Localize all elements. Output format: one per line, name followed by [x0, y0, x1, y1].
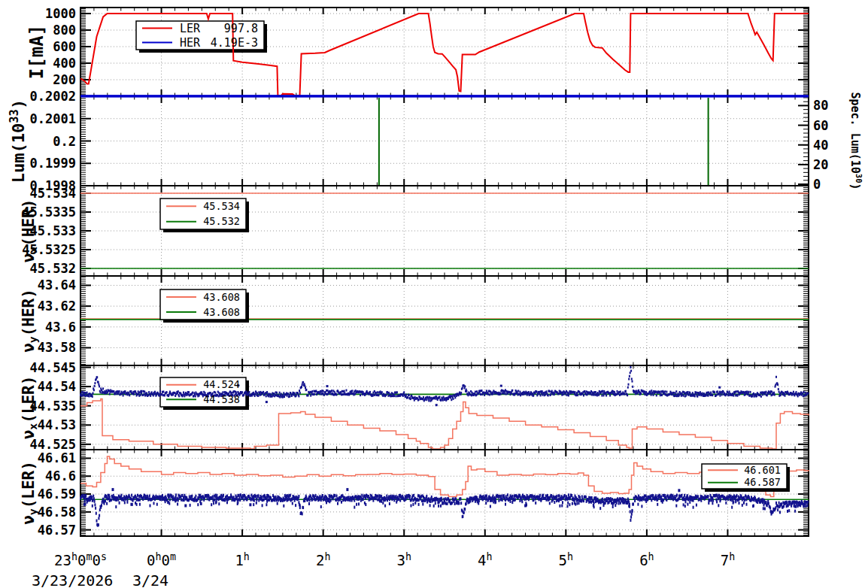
ytick-label-nuy-her: 43.64	[38, 277, 76, 292]
ytick-label-nuy-ler: 46.6	[45, 468, 76, 483]
ytick-label-lum: 0.1999	[30, 156, 76, 171]
panel-nux-her	[80, 186, 809, 276]
ytick-label-nuy-her: 43.62	[38, 299, 76, 314]
right-ytick-label: 80	[813, 98, 828, 113]
xtick-label: 5h	[559, 551, 573, 568]
ytick-label-lum: 0.2001	[30, 111, 76, 126]
ytick-label-nux-ler: 44.54	[38, 379, 76, 394]
ytick-label-nuy-ler: 46.61	[38, 450, 76, 465]
legend-nuy-ler-value-0: 46.601	[744, 464, 781, 476]
xtick-label: 3h	[396, 551, 411, 568]
y-axis-title-lum: Lum(1033)	[8, 99, 28, 183]
y-axis-title-nuy-ler: νy(LER)	[20, 461, 39, 525]
x-axis-date-right: 3/24	[132, 571, 168, 588]
beam-monitor-chart: LER997.8HER4.19E-32004006008001000I[mA]0…	[0, 0, 868, 588]
ytick-label-lum: 0.2	[53, 134, 76, 149]
xtick-label: 23h0m0s	[54, 551, 107, 568]
xtick-label: 6h	[639, 551, 654, 568]
legend-nux-ler-value-1: 44.538	[203, 393, 240, 405]
xtick-label: 0h0m	[147, 551, 176, 568]
legend-current-label-0: LER	[180, 22, 201, 35]
ytick-label-current: 1000	[45, 6, 76, 21]
ytick-label-nuy-ler: 46.57	[38, 523, 76, 538]
legend-nux-her-value-1: 45.532	[203, 215, 240, 227]
legend-current-value-1: 4.19E-3	[211, 36, 258, 50]
panel-nux-ler	[80, 365, 809, 450]
legend-current-label-1: HER	[180, 36, 201, 50]
beam-tune-monitor-screen: LER997.8HER4.19E-32004006008001000I[mA]0…	[0, 0, 868, 588]
legend-nuy-ler-value-1: 46.587	[744, 476, 781, 488]
right-axis-title-lum: Spec. Lum(1030)	[848, 92, 863, 189]
right-ytick-label: 60	[813, 118, 828, 133]
right-ytick-label: 20	[813, 157, 828, 172]
ytick-label-nuy-her: 43.6	[45, 320, 76, 335]
nuy-ler-fft	[80, 493, 809, 526]
ytick-label-current: 600	[53, 39, 76, 54]
y-axis-title-current: I[mA]	[26, 25, 47, 79]
panel-lum	[80, 96, 809, 186]
y-axis-title-nuy-her: νy(HER)	[20, 289, 39, 353]
x-axis-date-left: 3/23/2026	[32, 571, 113, 588]
ytick-label-nux-ler: 44.53	[38, 417, 76, 432]
ytick-label-nuy-her: 43.58	[38, 340, 76, 355]
legend-nuy-her-value-0: 43.608	[203, 291, 240, 303]
panel-nuy-ler	[80, 450, 809, 536]
legend-nux-ler-value-0: 44.524	[203, 378, 240, 390]
legend-nuy-her-value-1: 43.608	[203, 306, 240, 318]
panel-nuy-her	[80, 276, 809, 365]
ytick-label-nuy-ler: 46.59	[38, 486, 76, 502]
right-ytick-label: 40	[813, 138, 828, 153]
panel-frame	[80, 450, 809, 536]
ytick-label-current: 800	[53, 23, 76, 38]
nux-ler-outliers	[237, 384, 721, 406]
ytick-label-lum: 0.2002	[30, 89, 76, 104]
ytick-label-nuy-ler: 46.58	[38, 505, 76, 520]
ytick-label-current: 400	[53, 56, 76, 71]
xtick-label: 4h	[478, 551, 492, 568]
ytick-label-nux-her: 45.534	[30, 186, 76, 201]
legend-current-value-0: 997.8	[224, 22, 258, 35]
ytick-label-nux-ler: 44.545	[30, 360, 76, 375]
right-ytick-label: 0	[813, 177, 821, 192]
xtick-label: 7h	[721, 551, 735, 568]
xtick-label: 1h	[235, 551, 249, 568]
legend-nux-her-value-0: 45.534	[203, 200, 240, 212]
y-axis-title-nux-ler: νx(LER)	[20, 376, 39, 440]
xtick-label: 2h	[316, 551, 330, 568]
ytick-label-current: 200	[53, 72, 76, 87]
nuy-ler-measured	[80, 456, 809, 497]
panel-current	[80, 8, 809, 96]
